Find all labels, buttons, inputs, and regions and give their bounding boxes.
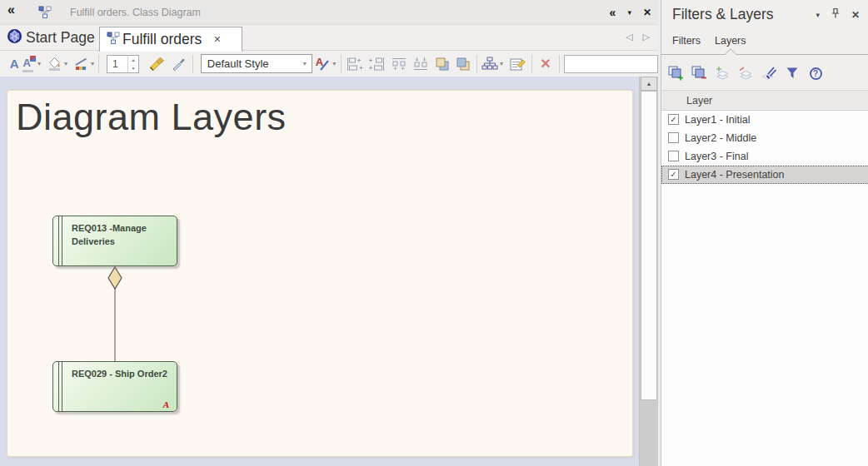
scroll-up-button[interactable]: ▲	[641, 77, 657, 91]
layer-label: Layer3 - Final	[685, 147, 748, 166]
tab-filters[interactable]: Filters	[672, 35, 701, 47]
layer-checkbox[interactable]	[668, 132, 679, 143]
aggregation-connector[interactable]	[107, 265, 123, 365]
spin-up-icon[interactable]: ▲	[128, 56, 138, 64]
collapse-ribbon-button[interactable]: «	[7, 2, 15, 17]
window-close-button[interactable]: ✕	[643, 7, 651, 18]
format-painter-button[interactable]	[149, 57, 166, 72]
auto-layout-button[interactable]	[481, 57, 498, 71]
set-layer-appearance-button[interactable]	[760, 64, 778, 82]
align-right-button[interactable]	[368, 57, 386, 72]
filters-layers-panel: Filters & Layers ▾ ✕ Filters Layers	[661, 0, 868, 466]
layer-row[interactable]: Layer2 - Middle	[661, 129, 868, 147]
align-top-icon	[391, 57, 407, 72]
help-button[interactable]: ?	[806, 64, 825, 82]
aggregation-diamond-icon	[108, 267, 122, 289]
line-color-dropdown-icon[interactable]: ▾	[91, 60, 94, 67]
align-right-icon	[368, 57, 386, 72]
element-req029[interactable]: REQ029 - Ship Order2 A	[52, 361, 177, 412]
line-color-icon	[74, 57, 89, 71]
font-button[interactable]: A	[7, 57, 22, 71]
tab-nav-right-icon[interactable]: ▷	[643, 32, 650, 42]
tab-label: Start Page	[26, 29, 95, 47]
panel-menu-icon[interactable]: ▾	[816, 11, 820, 19]
window-collapse-button[interactable]: «	[610, 6, 616, 19]
element-req013[interactable]: REQ013 -Manage Deliveries	[52, 216, 177, 266]
panel-close-icon[interactable]: ✕	[851, 9, 860, 21]
align-top-button[interactable]	[391, 57, 407, 72]
align-bottom-button[interactable]	[412, 57, 429, 72]
align-left-icon	[346, 57, 363, 72]
text-style-dropdown-icon[interactable]: ▾	[332, 60, 336, 67]
align-left-button[interactable]	[346, 57, 363, 72]
start-page-icon	[7, 28, 22, 47]
layer-label: Layer1 - Initial	[685, 111, 751, 129]
tab-layers[interactable]: Layers	[715, 35, 746, 47]
diagram-icon	[38, 6, 52, 22]
panel-title: Filters & Layers	[672, 6, 774, 23]
tab-start-page[interactable]: Start Page	[2, 25, 103, 51]
diagram-filter-input[interactable]	[564, 55, 658, 73]
font-color-button[interactable]: A	[22, 56, 36, 72]
element-label: REQ013 -Manage Deliveries	[72, 222, 172, 248]
auto-layout-dropdown-icon[interactable]: ▾	[500, 60, 503, 67]
line-color-button[interactable]	[74, 57, 89, 71]
bring-forward-icon	[435, 57, 450, 72]
delete-button[interactable]: ✕	[536, 56, 555, 72]
layer-row[interactable]: ✓ Layer1 - Initial	[661, 111, 868, 129]
line-width-stepper[interactable]: 1 ▲ ▼	[107, 55, 139, 73]
tab-fulfill-orders[interactable]: Fulfill orders ✕	[99, 27, 242, 52]
format-toolbar: A A ▾ ▾	[0, 51, 658, 77]
layer-checkbox[interactable]: ✓	[668, 169, 679, 180]
layer-row-selected[interactable]: ✓ Layer4 - Presentation	[661, 166, 868, 184]
style-select[interactable]: Default Style ▾	[201, 54, 312, 73]
diagram-title: Diagram Layers	[16, 96, 287, 139]
new-layer-icon	[668, 66, 684, 81]
requirement-marker-lines	[58, 216, 59, 265]
document-tabbar: Start Page Fulfill orders ✕ ◁ ▷	[0, 25, 658, 51]
layer-row[interactable]: Layer3 - Final	[661, 147, 868, 166]
panel-tabstrip: Filters Layers	[661, 32, 868, 57]
send-backward-button[interactable]	[456, 57, 471, 72]
element-badge: A	[163, 399, 169, 409]
delete-layer-icon	[691, 66, 707, 81]
tab-nav-left-icon[interactable]: ◁	[626, 32, 632, 42]
layer-label: Layer4 - Presentation	[685, 166, 785, 184]
hierarchy-icon	[481, 57, 498, 71]
remove-from-layer-button[interactable]	[736, 64, 755, 82]
window-menu-button[interactable]: ▾	[627, 8, 631, 17]
paintbrush-icon	[149, 57, 166, 72]
text-style-button[interactable]: A	[316, 56, 331, 72]
send-backward-icon	[456, 57, 471, 72]
align-bottom-icon	[412, 57, 429, 72]
layers-toolbar: ?	[666, 62, 825, 85]
delete-layer-button[interactable]	[690, 64, 708, 82]
diagram-page[interactable]: Diagram Layers REQ013 -Manage Deliveries…	[7, 90, 633, 457]
fill-color-dropdown-icon[interactable]: ▾	[64, 60, 67, 67]
spin-down-icon[interactable]: ▼	[128, 64, 138, 72]
panel-pin-icon[interactable]	[831, 7, 841, 22]
fill-color-button[interactable]	[47, 57, 62, 71]
scrollbar-thumb[interactable]	[641, 91, 657, 400]
tab-close-icon[interactable]: ✕	[213, 34, 221, 45]
layer-list: ✓ Layer1 - Initial Layer2 - Middle Layer…	[661, 111, 868, 466]
eyedropper-icon	[171, 57, 186, 72]
layer-checkbox[interactable]	[668, 151, 679, 161]
add-to-layer-button[interactable]	[713, 64, 731, 82]
diagram-canvas[interactable]: Diagram Layers REQ013 -Manage Deliveries…	[0, 77, 658, 466]
font-color-dropdown-icon[interactable]: ▾	[37, 60, 41, 67]
eyedropper-button[interactable]	[171, 57, 186, 72]
active-tab-indicator	[661, 48, 868, 56]
vertical-scrollbar[interactable]: ▲	[639, 77, 658, 466]
titlebar-title: Fulfill orders. Class Diagram	[70, 0, 201, 25]
bring-forward-button[interactable]	[435, 57, 450, 72]
add-to-layer-icon	[715, 66, 731, 81]
new-layer-button[interactable]	[666, 64, 685, 82]
tab-label: Fulfill orders	[122, 31, 202, 48]
filter-layers-button[interactable]	[783, 64, 801, 82]
layer-checkbox[interactable]: ✓	[668, 114, 679, 125]
font-color-swatch	[30, 56, 36, 62]
layer-paintbrush-icon	[761, 66, 777, 81]
diagram-properties-button[interactable]	[509, 57, 526, 72]
layer-column-header[interactable]: Layer	[661, 90, 868, 111]
